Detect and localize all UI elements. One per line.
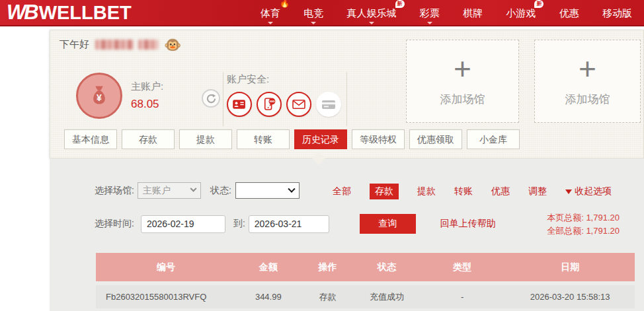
tab-8[interactable]: 小金库 bbox=[467, 129, 520, 149]
page-total: 本页总额: 1,791.20 bbox=[547, 211, 620, 225]
main-account-label: 主账户: bbox=[131, 81, 163, 93]
add-venue-panel-2[interactable]: + 添加场馆 bbox=[534, 40, 641, 123]
new-badge: 新 bbox=[395, 0, 405, 8]
tab-6[interactable]: 等级特权 bbox=[352, 129, 405, 149]
tab-4[interactable]: 转账 bbox=[237, 129, 290, 149]
nav-item-label: 体育 bbox=[261, 7, 280, 20]
nav-item-8[interactable]: 移动版 bbox=[601, 0, 633, 26]
money-bag-icon: ¥ bbox=[76, 73, 122, 119]
date-from-input[interactable] bbox=[141, 215, 225, 233]
type-link-3[interactable]: 提款 bbox=[417, 186, 436, 197]
nav-item-6[interactable]: 新小游戏 bbox=[504, 0, 537, 26]
table-cell: 2026-03-20 15:58:13 bbox=[505, 285, 635, 308]
collapse-options-label: 收起选项 bbox=[575, 186, 612, 197]
nav-item-label: 棋牌 bbox=[463, 7, 483, 20]
security-icons: SMS bbox=[227, 92, 341, 117]
blurred-username bbox=[95, 40, 158, 50]
nav-item-3[interactable]: 新真人娱乐城 bbox=[346, 0, 398, 26]
add-venue-label: 添加场馆 bbox=[440, 92, 485, 107]
main-nav: 🔥体育电竞新真人娱乐城彩票棋牌新小游戏优惠移动版 bbox=[259, 0, 633, 26]
security-label: 账户安全: bbox=[227, 73, 341, 86]
greeting-text: 下午好 bbox=[60, 38, 89, 51]
wellbet-logo[interactable]: WB WELLBET bbox=[7, 1, 132, 24]
history-table: 编号金额操作状态类型日期 Fb26032015580013RVFQ344.99存… bbox=[96, 249, 635, 311]
tab-3[interactable]: 提款 bbox=[179, 129, 232, 149]
tab-5-active[interactable]: 历史记录 bbox=[294, 129, 347, 149]
nav-item-label: 真人娱乐城 bbox=[347, 7, 397, 20]
account-panel: 下午好 🐵 ¥ 主账户: 68.05 账户安全: SMS + 添加场馆 bbox=[50, 30, 644, 158]
nav-item-7[interactable]: 优惠 bbox=[558, 0, 581, 26]
plus-icon: + bbox=[454, 55, 471, 83]
receipt-upload-help-link[interactable]: 回单上传帮助 bbox=[440, 218, 496, 230]
table-cell: 344.99 bbox=[236, 285, 301, 308]
greeting-row: 下午好 🐵 bbox=[60, 38, 181, 52]
transaction-type-links: 全部存款提款转账优惠调整收起选项 bbox=[333, 184, 612, 199]
filter-row-2: 选择时间: 到: 查询 回单上传帮助 bbox=[95, 214, 496, 234]
flame-icon: 🔥 bbox=[280, 0, 290, 8]
refresh-balance-button[interactable] bbox=[202, 89, 220, 108]
venue-select[interactable]: 主账户 bbox=[138, 182, 201, 199]
svg-text:SMS: SMS bbox=[269, 100, 275, 103]
monkey-emoji: 🐵 bbox=[164, 38, 181, 52]
type-link-2-active[interactable]: 存款 bbox=[370, 184, 399, 199]
tab-1[interactable]: 基本信息 bbox=[64, 129, 117, 149]
totals-block: 本页总额: 1,791.20 全部总额: 1,791.20 bbox=[547, 211, 620, 238]
nav-item-label: 移动版 bbox=[602, 7, 632, 20]
sms-phone-icon[interactable]: SMS bbox=[257, 92, 282, 117]
table-cell: - bbox=[419, 285, 505, 308]
triangle-down-icon bbox=[565, 190, 572, 194]
logo-mark: WB bbox=[7, 1, 37, 24]
logo-text: WELLBET bbox=[39, 2, 132, 24]
all-total: 全部总额: 1,791.20 bbox=[547, 225, 620, 238]
nav-item-1[interactable]: 🔥体育 bbox=[259, 0, 282, 26]
date-to-input[interactable] bbox=[249, 215, 329, 233]
history-panel: 选择场馆: 主账户 状态: 全部存款提款转账优惠调整收起选项 选择时间: 到: … bbox=[50, 158, 644, 311]
chevron-down-icon bbox=[369, 22, 374, 24]
table-cell: Fb26032015580013RVFQ bbox=[96, 285, 236, 308]
table-cell: 充值成功 bbox=[354, 285, 419, 308]
nav-item-4[interactable]: 彩票 bbox=[419, 0, 441, 26]
tab-2[interactable]: 存款 bbox=[122, 129, 175, 149]
nav-item-2[interactable]: 电竞 bbox=[302, 0, 325, 26]
security-block: 账户安全: SMS bbox=[227, 73, 341, 117]
wallet-labels: 主账户: 68.05 bbox=[131, 81, 163, 111]
status-select-label: 状态: bbox=[210, 185, 231, 197]
table-cell: 存款 bbox=[301, 285, 355, 308]
type-link-1[interactable]: 全部 bbox=[333, 186, 351, 197]
table-header-cell: 日期 bbox=[505, 253, 635, 281]
new-badge: 新 bbox=[534, 0, 543, 8]
nav-item-label: 优惠 bbox=[559, 7, 579, 20]
venue-select-label: 选择场馆: bbox=[95, 185, 134, 197]
table-header-cell: 金额 bbox=[236, 253, 301, 281]
plus-icon: + bbox=[579, 55, 596, 83]
nav-item-5[interactable]: 棋牌 bbox=[462, 0, 484, 26]
table-header-cell: 操作 bbox=[301, 253, 355, 281]
top-navbar: WB WELLBET 🔥体育电竞新真人娱乐城彩票棋牌新小游戏优惠移动版 bbox=[0, 0, 644, 26]
chevron-down-icon bbox=[311, 22, 316, 24]
tab-7[interactable]: 优惠领取 bbox=[409, 129, 462, 149]
query-button[interactable]: 查询 bbox=[360, 214, 416, 234]
email-icon[interactable] bbox=[286, 92, 311, 117]
divider bbox=[223, 72, 223, 126]
add-venue-panel-1[interactable]: + 添加场馆 bbox=[406, 40, 519, 123]
nav-item-label: 彩票 bbox=[420, 7, 440, 20]
table-header-cell: 状态 bbox=[354, 253, 419, 281]
type-link-5[interactable]: 优惠 bbox=[491, 186, 510, 197]
account-tabs: 基本信息存款提款转账历史记录等级特权优惠领取小金库 bbox=[64, 129, 520, 149]
id-card-icon[interactable] bbox=[227, 92, 252, 117]
chevron-down-icon bbox=[268, 22, 273, 24]
filter-row-1: 选择场馆: 主账户 状态: bbox=[95, 182, 300, 199]
chevron-down-icon bbox=[190, 186, 196, 192]
to-label: 到: bbox=[233, 218, 245, 230]
balance-value: 68.05 bbox=[131, 98, 163, 111]
type-link-4[interactable]: 转账 bbox=[454, 186, 473, 197]
collapse-options-link[interactable]: 收起选项 bbox=[565, 186, 612, 197]
refresh-icon bbox=[206, 94, 216, 104]
type-link-6[interactable]: 调整 bbox=[528, 186, 547, 197]
divider bbox=[346, 72, 347, 126]
table-header-cell: 编号 bbox=[96, 253, 236, 281]
chevron-down-icon bbox=[427, 22, 432, 24]
bank-card-icon[interactable] bbox=[316, 92, 341, 117]
status-select[interactable] bbox=[235, 182, 300, 199]
table-header-row: 编号金额操作状态类型日期 bbox=[96, 253, 635, 281]
